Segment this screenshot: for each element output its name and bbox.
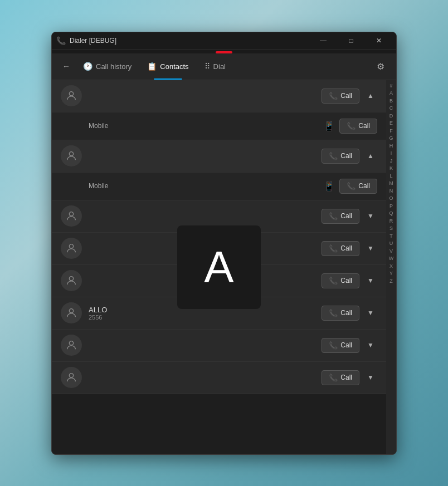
alpha-char-d[interactable]: D: [389, 112, 393, 120]
phone-icon: 📞: [329, 277, 338, 285]
app-window: 📞 Dialer [DEBUG] — □ ✕ ← 🕐 Call history …: [51, 32, 397, 455]
chevron-up-button[interactable]: ▲: [364, 89, 377, 102]
avatar: [61, 85, 82, 106]
content-area: 📞 Call ▲ Mobile 📱 📞 Call: [52, 80, 396, 454]
alpha-char-n[interactable]: N: [389, 188, 393, 195]
call-button[interactable]: 📞 Call: [322, 273, 359, 288]
call-button[interactable]: 📞 Call: [322, 89, 359, 104]
alpha-char-z[interactable]: Z: [389, 278, 393, 286]
svg-point-5: [69, 309, 73, 313]
phone-icon: 📞: [329, 341, 338, 350]
call-button[interactable]: 📞 Call: [322, 370, 359, 385]
close-button[interactable]: ✕: [366, 32, 392, 50]
contact-list: 📞 Call ▲ Mobile 📱 📞 Call: [52, 80, 386, 394]
alpha-char-m[interactable]: M: [389, 180, 393, 188]
title-bar: 📞 Dialer [DEBUG] — □ ✕: [52, 32, 396, 50]
alpha-char-a[interactable]: A: [389, 90, 393, 97]
call-button[interactable]: 📞 Call: [322, 241, 359, 256]
call-button[interactable]: 📞 Call: [322, 338, 359, 353]
tab-dial-label: Dial: [213, 62, 226, 71]
settings-button[interactable]: ⚙: [372, 57, 389, 75]
call-button[interactable]: 📞 Call: [322, 306, 359, 321]
chevron-down-button[interactable]: ▼: [364, 209, 377, 223]
chevron-up-button[interactable]: ▲: [364, 149, 377, 163]
avatar: [61, 205, 82, 227]
phone-icon: 📞: [329, 212, 338, 220]
alpha-char-g[interactable]: G: [389, 135, 393, 143]
phone-icon: 📞: [347, 182, 356, 190]
back-button[interactable]: ←: [59, 58, 74, 74]
contact-row[interactable]: 📞 Call ▼: [52, 200, 386, 233]
alpha-char-h[interactable]: H: [389, 143, 393, 150]
window-title: Dialer [DEBUG]: [70, 37, 310, 45]
call-label: Call: [340, 341, 352, 349]
alpha-char-y[interactable]: Y: [389, 270, 393, 278]
call-label: Call: [358, 122, 370, 130]
avatar: [61, 145, 82, 166]
alpha-char-p[interactable]: P: [389, 203, 393, 210]
sub-label: Mobile: [89, 182, 324, 190]
alpha-char-l[interactable]: L: [389, 173, 392, 180]
alpha-char-c[interactable]: C: [389, 105, 393, 112]
call-button[interactable]: 📞 Call: [322, 149, 359, 164]
contact-row[interactable]: 📞 Call ▼: [52, 265, 386, 297]
tab-dial[interactable]: ⠿ Dial: [198, 53, 232, 80]
chevron-down-button[interactable]: ▼: [364, 371, 377, 384]
alpha-char-r[interactable]: R: [389, 218, 393, 225]
alpha-char-x[interactable]: X: [389, 263, 393, 271]
maximize-button[interactable]: □: [338, 32, 364, 50]
chevron-down-button[interactable]: ▼: [364, 306, 377, 320]
mobile-icon: 📱: [324, 181, 335, 192]
alpha-char-k[interactable]: K: [389, 165, 393, 173]
sub-call-button[interactable]: 📞 Call: [339, 119, 377, 134]
call-label: Call: [340, 92, 352, 100]
app-icon: 📞: [56, 36, 65, 45]
call-label: Call: [340, 374, 352, 381]
contact-actions: 📞 Call ▲: [322, 89, 377, 104]
alpha-char-t[interactable]: T: [389, 233, 393, 240]
alpha-index: # A B C D E F G H I J K L M N O P Q R S …: [386, 80, 396, 454]
contact-row[interactable]: 📞 Call ▼: [52, 330, 386, 362]
alpha-char-j[interactable]: J: [390, 158, 393, 165]
alpha-char-o[interactable]: O: [389, 195, 393, 203]
alpha-char-hash[interactable]: #: [389, 82, 392, 90]
chevron-down-button[interactable]: ▼: [364, 338, 377, 352]
contact-name: ALLO: [89, 306, 315, 314]
call-button[interactable]: 📞 Call: [322, 209, 359, 224]
contact-row[interactable]: ALLO 2556 📞 Call ▼: [52, 297, 386, 330]
nav-bar: ← 🕐 Call history 📋 Contacts ⠿ Dial ⚙: [52, 53, 396, 80]
svg-point-4: [69, 277, 73, 281]
svg-point-1: [69, 152, 73, 156]
alpha-char-e[interactable]: E: [389, 120, 393, 127]
alpha-char-q[interactable]: Q: [389, 210, 393, 218]
tab-contacts[interactable]: 📋 Contacts: [140, 53, 195, 80]
alpha-char-s[interactable]: S: [389, 225, 393, 233]
tab-call-history-label: Call history: [96, 62, 132, 71]
alpha-char-b[interactable]: B: [389, 97, 393, 105]
alpha-char-i[interactable]: I: [391, 150, 392, 158]
call-label: Call: [358, 182, 370, 190]
tab-call-history[interactable]: 🕐 Call history: [76, 53, 138, 80]
contact-row[interactable]: 📞 Call ▼: [52, 362, 386, 394]
contact-row[interactable]: 📞 Call ▲: [52, 140, 386, 173]
phone-icon: 📞: [329, 152, 338, 160]
call-label: Call: [340, 152, 352, 160]
minimize-button[interactable]: —: [310, 32, 336, 50]
chevron-down-button[interactable]: ▼: [364, 274, 377, 287]
call-label: Call: [340, 309, 352, 317]
sub-row: Mobile 📱 📞 Call: [52, 112, 386, 140]
contact-row[interactable]: 📞 Call ▼: [52, 233, 386, 265]
phone-icon: 📞: [329, 92, 338, 100]
phone-icon: 📞: [347, 122, 356, 130]
avatar: [61, 367, 82, 388]
alpha-char-v[interactable]: V: [389, 248, 393, 256]
alpha-char-f[interactable]: F: [389, 127, 393, 135]
alpha-char-w[interactable]: W: [389, 255, 394, 263]
chevron-down-button[interactable]: ▼: [364, 242, 377, 255]
contact-actions: 📞 Call ▼: [322, 209, 377, 224]
call-label: Call: [340, 244, 352, 252]
sub-call-button[interactable]: 📞 Call: [339, 179, 377, 194]
alpha-char-u[interactable]: U: [389, 240, 393, 248]
contact-row[interactable]: 📞 Call ▲: [52, 80, 386, 112]
avatar: [61, 302, 82, 323]
